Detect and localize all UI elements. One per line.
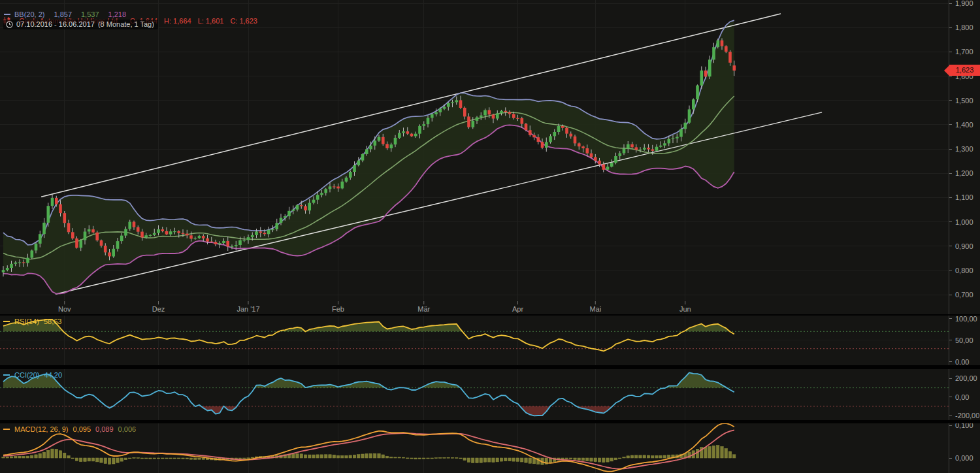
axis-tick-label: 0,00 — [955, 393, 969, 401]
axis-tick — [949, 295, 952, 295]
high-value: H: 1,664 — [164, 17, 191, 25]
axis-tick-label: 0,00 — [955, 358, 969, 366]
macd-axis[interactable]: 0,1000,000 — [949, 423, 980, 473]
macd-signal-value: 0,089 — [95, 425, 114, 433]
axis-tick-label: 1,700 — [955, 48, 973, 56]
rsi-value: 58,63 — [44, 318, 62, 325]
macd-panel[interactable] — [0, 423, 949, 473]
axis-tick — [949, 197, 952, 198]
main-price-chart[interactable]: NovDezJan '17FebMärAprMaiJun — [0, 0, 949, 314]
axis-tick — [949, 361, 952, 362]
axis-tick-label: 50,00 — [955, 336, 973, 344]
axis-tick — [949, 340, 952, 340]
cci-panel[interactable] — [0, 369, 949, 420]
date-range-chip[interactable]: 07.10.2016 - 16.06.2017 (8 Monate, 1 Tag… — [3, 20, 158, 29]
macd-value: 0,095 — [73, 425, 91, 433]
month-label: Jun — [679, 305, 691, 313]
axis-tick-label: 1,800 — [955, 24, 973, 31]
macd-label: MACD(12, 26, 9) — [14, 425, 69, 433]
bollinger-middle-value: 1,537 — [81, 10, 99, 18]
cci-chart-svg — [0, 369, 949, 420]
axis-tick — [949, 3, 952, 4]
axis-tick-label: 1,000 — [955, 218, 973, 226]
axis-tick — [949, 221, 952, 222]
month-label: Apr — [512, 305, 523, 313]
rsi-panel[interactable] — [0, 316, 949, 365]
price-axis[interactable]: 1,9001,8001,7001,6001,5001,4001,3001,200… — [949, 0, 980, 314]
close-value: C: 1,623 — [230, 17, 257, 25]
rsi-label: RSI(14) — [14, 318, 39, 325]
date-range-text: 07.10.2016 - 16.06.2017 — [16, 20, 95, 28]
axis-tick-label: 0,800 — [955, 267, 973, 274]
axis-tick-label: 0,000 — [955, 454, 973, 462]
clock-icon — [6, 21, 13, 28]
cci-value: 44,20 — [44, 371, 63, 379]
axis-tick — [949, 149, 952, 150]
price-tag-arrow-icon — [944, 65, 949, 76]
rsi-axis[interactable]: 100,0050,000,00 — [949, 316, 980, 365]
axis-tick-label: 1,200 — [955, 169, 973, 177]
axis-tick — [949, 100, 952, 101]
panel-separator[interactable] — [0, 420, 980, 423]
month-label: Mär — [417, 305, 430, 313]
rsi-legend[interactable]: RSI(14) 58,63 — [3, 318, 61, 325]
axis-tick — [949, 397, 952, 397]
axis-tick-label: 1,900 — [955, 0, 973, 7]
axis-tick — [949, 458, 952, 459]
cci-legend[interactable]: CCI(20) 44,20 — [3, 371, 62, 379]
axis-tick-label: 1,500 — [955, 97, 973, 105]
macd-chart-svg — [0, 423, 949, 473]
macd-legend[interactable]: MACD(12, 26, 9) 0,095 0,089 0,006 — [3, 425, 136, 433]
month-label: Nov — [58, 305, 71, 313]
axis-tick-label: 100,00 — [955, 315, 977, 323]
bollinger-legend-icon — [4, 14, 10, 15]
last-price-tag: 1,623 — [944, 65, 980, 76]
chart-application: NovDezJan '17FebMärAprMaiJun Geely Autom… — [0, 0, 980, 473]
duration-text: (8 Monate, 1 Tag) — [98, 20, 154, 28]
cci-label: CCI(20) — [14, 371, 40, 379]
axis-tick-label: 200,00 — [955, 374, 977, 382]
bollinger-upper-value: 1,857 — [54, 10, 72, 18]
axis-tick — [949, 425, 952, 426]
axis-tick-label: 0,700 — [955, 291, 973, 299]
bollinger-lower-value: 1,218 — [108, 10, 127, 18]
axis-tick — [949, 76, 952, 76]
main-chart-svg: NovDezJan '17FebMärAprMaiJun — [0, 0, 949, 314]
rsi-legend-icon — [3, 321, 10, 322]
macd-legend-icon — [3, 429, 10, 430]
bollinger-label: BB(20, 2) — [14, 10, 44, 18]
axis-tick — [949, 270, 952, 270]
date-range-row: 07.10.2016 - 16.06.2017 (8 Monate, 1 Tag… — [3, 20, 158, 29]
axis-tick-label: 1,400 — [955, 121, 973, 129]
axis-tick — [949, 124, 952, 125]
axis-tick — [949, 173, 952, 174]
axis-tick — [949, 318, 952, 319]
low-value: L: 1,601 — [198, 17, 224, 25]
month-label: Jan '17 — [237, 305, 259, 313]
axis-tick-label: -200,00 — [955, 412, 979, 419]
bollinger-legend-row[interactable]: BB(20, 2)1,8571,5371,218 — [3, 10, 126, 18]
panel-separator[interactable] — [0, 314, 980, 316]
axis-tick — [949, 416, 952, 416]
cci-legend-icon — [3, 374, 10, 376]
cci-axis[interactable]: 200,000,00-200,00 — [949, 369, 980, 420]
price-tag-value: 1,623 — [949, 65, 980, 76]
month-label: Feb — [332, 305, 344, 313]
rsi-chart-svg — [0, 316, 949, 365]
axis-tick-label: 1,300 — [955, 145, 973, 153]
axis-tick — [949, 246, 952, 246]
axis-tick-label: 1,100 — [955, 193, 973, 201]
axis-tick-label: 0,900 — [955, 242, 973, 250]
month-label: Mai — [589, 305, 601, 313]
panel-separator[interactable] — [0, 365, 980, 369]
macd-histogram-value: 0,006 — [118, 425, 137, 433]
axis-tick — [949, 27, 952, 28]
month-label: Dez — [152, 305, 165, 313]
axis-tick — [949, 378, 952, 379]
axis-tick — [949, 52, 952, 52]
